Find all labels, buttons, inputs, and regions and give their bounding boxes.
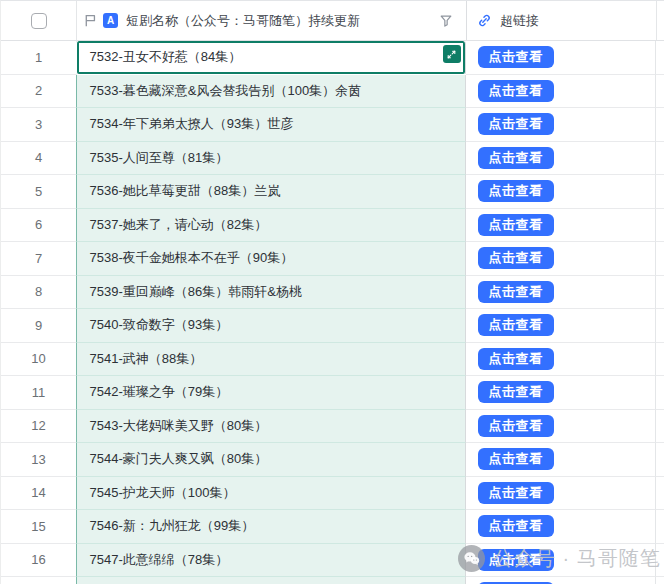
view-link-button[interactable]: 点击查看 — [478, 46, 554, 68]
table-row: 147545-护龙天师（100集）点击查看 — [1, 477, 664, 511]
drama-name-text: 7540-致命数字（93集） — [90, 316, 229, 334]
table-row: 37534-年下弟弟太撩人（93集）世彦点击查看 — [1, 108, 664, 142]
drama-name-cell[interactable]: 7541-武神（88集） — [76, 343, 466, 377]
drama-name-cell[interactable]: 7546-新：九州狂龙（99集） — [76, 510, 466, 544]
hyperlink-cell: 点击查看 — [466, 309, 656, 343]
view-link-button[interactable]: 点击查看 — [478, 348, 554, 370]
view-link-button[interactable]: 点击查看 — [478, 80, 554, 102]
row-number: 5 — [1, 175, 77, 209]
drama-name-text: 7537-她来了，请心动（82集） — [90, 216, 268, 234]
row-spacer — [656, 142, 664, 176]
drama-name-cell[interactable]: 7538-夜千金她根本不在乎（90集） — [76, 242, 466, 276]
expand-record-icon[interactable] — [443, 45, 461, 63]
drama-name-cell[interactable]: 7534-年下弟弟太撩人（93集）世彦 — [76, 108, 466, 142]
drama-name-cell[interactable]: 7547-此意绵绵（78集） — [76, 544, 466, 578]
table-row: 27533-暮色藏深意&风会替我告别（100集）余茵点击查看 — [1, 75, 664, 109]
filter-funnel-icon[interactable] — [439, 14, 453, 28]
drama-name-cell[interactable]: 7537-她来了，请心动（82集） — [76, 209, 466, 243]
table-header-row: A 短剧名称（公众号：马哥随笔）持续更新 超链接 — [1, 1, 664, 41]
drama-name-cell[interactable]: 7536-她比草莓更甜（88集）兰岚 — [76, 175, 466, 209]
row-spacer — [656, 510, 664, 544]
hyperlink-cell: 点击查看 — [466, 142, 656, 176]
drama-name-cell[interactable]: 7540-致命数字（93集） — [76, 309, 466, 343]
drama-name-cell[interactable]: 7543-大佬妈咪美又野（80集） — [76, 410, 466, 444]
drama-name-text: 7544-豪门夫人爽又飒（80集） — [90, 450, 268, 468]
drama-name-text: 7534-年下弟弟太撩人（93集）世彦 — [90, 115, 294, 133]
row-number: 6 — [1, 209, 77, 243]
row-number: 8 — [1, 276, 77, 310]
drama-name-text: 7542-璀璨之争（79集） — [90, 383, 229, 401]
drama-name-cell[interactable]: 7542-璀璨之争（79集） — [76, 376, 466, 410]
view-link-button[interactable]: 点击查看 — [478, 214, 554, 236]
hyperlink-cell: 点击查看 — [466, 209, 656, 243]
row-number: 11 — [1, 376, 77, 410]
column-header-name[interactable]: A 短剧名称（公众号：马哥随笔）持续更新 — [77, 1, 467, 40]
text-field-icon: A — [103, 13, 118, 28]
drama-name-text: 7533-暮色藏深意&风会替我告别（100集）余茵 — [90, 82, 362, 100]
row-spacer — [656, 175, 664, 209]
table-row: 97540-致命数字（93集）点击查看 — [1, 309, 664, 343]
view-link-button[interactable]: 点击查看 — [478, 113, 554, 135]
row-spacer — [656, 544, 664, 578]
table-row: 107541-武神（88集）点击查看 — [1, 343, 664, 377]
row-spacer — [656, 276, 664, 310]
table-row: 67537-她来了，请心动（82集）点击查看 — [1, 209, 664, 243]
row-spacer — [656, 410, 664, 444]
table-row: 87539-重回巅峰（86集）韩雨轩&杨桃点击查看 — [1, 276, 664, 310]
hyperlink-cell: 点击查看 — [466, 443, 656, 477]
view-link-button[interactable]: 点击查看 — [478, 381, 554, 403]
table-body: 17532-丑女不好惹（84集）点击查看27533-暮色藏深意&风会替我告别（1… — [1, 41, 664, 584]
row-number: 16 — [1, 544, 77, 578]
drama-name-cell[interactable]: 7544-豪门夫人爽又飒（80集） — [76, 443, 466, 477]
row-number: 9 — [1, 309, 77, 343]
drama-name-text: 7547-此意绵绵（78集） — [90, 551, 229, 569]
row-spacer — [656, 443, 664, 477]
view-link-button[interactable]: 点击查看 — [478, 247, 554, 269]
drama-name-cell[interactable]: 7545-护龙天师（100集） — [76, 477, 466, 511]
view-link-button[interactable]: 点击查看 — [478, 549, 554, 571]
drama-name-cell[interactable]: 7539-重回巅峰（86集）韩雨轩&杨桃 — [76, 276, 466, 310]
table-row: 167547-此意绵绵（78集）点击查看 — [1, 544, 664, 578]
row-number: 7 — [1, 242, 77, 276]
row-number: 12 — [1, 410, 77, 444]
hyperlink-cell: 点击查看 — [466, 577, 656, 584]
view-link-button[interactable]: 点击查看 — [478, 180, 554, 202]
view-link-button[interactable]: 点击查看 — [478, 448, 554, 470]
row-spacer — [656, 577, 664, 584]
row-number: 2 — [1, 75, 77, 109]
hyperlink-cell: 点击查看 — [466, 41, 656, 75]
view-link-button[interactable]: 点击查看 — [478, 147, 554, 169]
view-link-button[interactable]: 点击查看 — [478, 314, 554, 336]
hyperlink-cell: 点击查看 — [466, 75, 656, 109]
hyperlink-icon — [477, 13, 492, 28]
drama-name-text: 7532-丑女不好惹（84集） — [90, 48, 242, 66]
row-spacer — [656, 376, 664, 410]
table-row: 47535-人间至尊（81集）点击查看 — [1, 142, 664, 176]
bitable-grid: A 短剧名称（公众号：马哥随笔）持续更新 超链接 17532-丑女不好惹（84集… — [0, 0, 664, 584]
drama-name-cell[interactable]: 7532-丑女不好惹（84集） — [76, 41, 466, 75]
drama-name-cell[interactable]: 7533-暮色藏深意&风会替我告别（100集）余茵 — [76, 75, 466, 109]
table-row: 117542-璀璨之争（79集）点击查看 — [1, 376, 664, 410]
view-link-button[interactable]: 点击查看 — [478, 281, 554, 303]
row-number: 3 — [1, 108, 77, 142]
select-all-checkbox[interactable] — [31, 13, 47, 29]
row-number: 1 — [1, 41, 77, 75]
row-spacer — [656, 309, 664, 343]
hyperlink-cell: 点击查看 — [466, 175, 656, 209]
drama-name-text: 7539-重回巅峰（86集）韩雨轩&杨桃 — [90, 283, 302, 301]
row-number: 10 — [1, 343, 77, 377]
column-header-hyperlink[interactable]: 超链接 — [467, 1, 657, 40]
hyperlink-cell: 点击查看 — [466, 544, 656, 578]
view-link-button[interactable]: 点击查看 — [478, 482, 554, 504]
view-link-button[interactable]: 点击查看 — [478, 415, 554, 437]
view-link-button[interactable]: 点击查看 — [478, 515, 554, 537]
drama-name-cell[interactable] — [76, 577, 466, 584]
drama-name-text: 7538-夜千金她根本不在乎（90集） — [90, 249, 294, 267]
table-row: 57536-她比草莓更甜（88集）兰岚点击查看 — [1, 175, 664, 209]
flag-icon — [83, 13, 98, 28]
drama-name-cell[interactable]: 7535-人间至尊（81集） — [76, 142, 466, 176]
row-number: 14 — [1, 477, 77, 511]
table-row: 157546-新：九州狂龙（99集）点击查看 — [1, 510, 664, 544]
hyperlink-cell: 点击查看 — [466, 276, 656, 310]
name-column-title: 短剧名称（公众号：马哥随笔）持续更新 — [126, 12, 360, 30]
